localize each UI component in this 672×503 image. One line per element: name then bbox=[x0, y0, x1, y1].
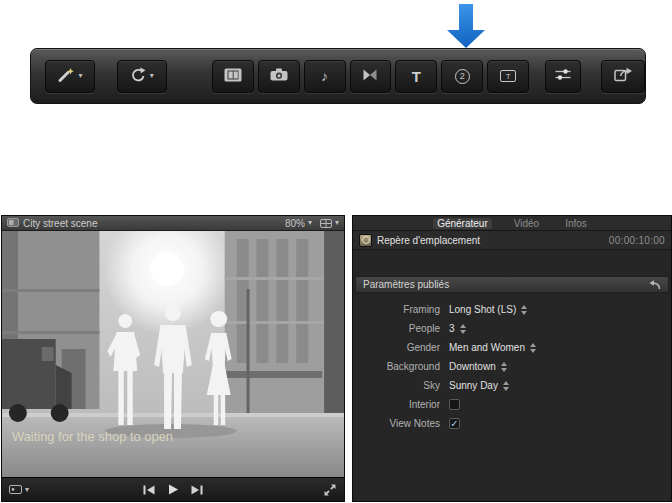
main-toolbar: ▾ ▾ ♪ bbox=[30, 48, 646, 104]
sliders-icon bbox=[555, 68, 571, 84]
param-label: Interior bbox=[353, 399, 449, 410]
people-popup[interactable]: 3 bbox=[449, 323, 466, 334]
viewer-bottombar: ▾ bbox=[2, 477, 344, 501]
play-button[interactable] bbox=[168, 484, 179, 495]
titles-browser-button[interactable]: T bbox=[395, 60, 437, 93]
chevron-down-icon: ▾ bbox=[150, 72, 154, 80]
enhancements-menu-button[interactable]: ▾ bbox=[45, 60, 95, 93]
param-row-people: People 3 bbox=[353, 319, 671, 338]
param-row-background: Background Downtown bbox=[353, 357, 671, 376]
popup-arrows-icon bbox=[521, 305, 527, 315]
generator-duration: 00:00:10:00 bbox=[609, 235, 665, 246]
param-row-gender: Gender Men and Women bbox=[353, 338, 671, 357]
gender-popup[interactable]: Men and Women bbox=[449, 342, 536, 353]
display-icon bbox=[9, 482, 22, 497]
music-note-icon: ♪ bbox=[321, 69, 328, 83]
param-row-framing: Framing Long Shot (LS) bbox=[353, 300, 671, 319]
param-row-sky: Sky Sunny Day bbox=[353, 376, 671, 395]
chevron-down-icon: ▾ bbox=[308, 219, 312, 227]
share-icon bbox=[614, 67, 633, 85]
param-label: View Notes bbox=[353, 418, 449, 429]
music-browser-button[interactable]: ♪ bbox=[304, 60, 346, 93]
param-label: Background bbox=[353, 361, 449, 372]
magic-wand-icon bbox=[57, 67, 75, 86]
param-label: Sky bbox=[353, 380, 449, 391]
view-notes-checkbox[interactable]: ✓ bbox=[449, 418, 460, 429]
camera-icon bbox=[270, 68, 288, 84]
scene-right-building bbox=[225, 231, 344, 415]
titles-icon: T bbox=[412, 69, 421, 84]
popup-value: Sunny Day bbox=[449, 380, 498, 391]
fullscreen-icon bbox=[324, 484, 336, 496]
popup-value: Long Shot (LS) bbox=[449, 304, 516, 315]
scene-caption: Waiting for the shop to open bbox=[12, 429, 173, 444]
zoom-level: 80% bbox=[285, 218, 305, 229]
sky-popup[interactable]: Sunny Day bbox=[449, 380, 509, 391]
transitions-icon bbox=[362, 68, 378, 85]
chevron-down-icon: ▾ bbox=[335, 219, 339, 227]
reset-arrow-icon bbox=[648, 280, 661, 290]
parameter-list: Framing Long Shot (LS) People 3 Gender M… bbox=[353, 293, 671, 433]
generators-icon: 2 bbox=[455, 69, 470, 84]
inspector-panel: Générateur Vidéo Infos Repère d'emplacem… bbox=[352, 215, 672, 502]
param-label: Gender bbox=[353, 342, 449, 353]
previous-frame-button[interactable] bbox=[143, 485, 156, 495]
callout-down-arrow bbox=[447, 4, 485, 48]
share-button[interactable] bbox=[601, 60, 645, 93]
popup-value: 3 bbox=[449, 323, 455, 334]
viewer-titlebar: City street scene 80% ▾ ▾ bbox=[2, 216, 344, 231]
viewer-panel: City street scene 80% ▾ ▾ bbox=[1, 215, 345, 502]
themes-browser-button[interactable]: T bbox=[487, 60, 529, 93]
inspector-tab-bar: Générateur Vidéo Infos bbox=[353, 216, 671, 231]
generator-header: Repère d'emplacement 00:00:10:00 bbox=[353, 231, 671, 250]
viewer-canvas: Waiting for the shop to open bbox=[2, 231, 344, 479]
published-parameters-header: Paramètres publiés bbox=[355, 276, 669, 293]
transport-controls bbox=[143, 484, 204, 495]
framing-popup[interactable]: Long Shot (LS) bbox=[449, 304, 527, 315]
viewer-display-options-button[interactable]: ▾ bbox=[9, 482, 29, 497]
scene-sun bbox=[150, 252, 184, 286]
popup-arrows-icon bbox=[460, 324, 466, 334]
check-icon: ✓ bbox=[450, 419, 458, 429]
popup-arrows-icon bbox=[503, 381, 509, 391]
filmstrip-browser-button[interactable] bbox=[212, 60, 254, 93]
filmstrip-icon bbox=[224, 68, 242, 85]
retime-menu-button[interactable]: ▾ bbox=[117, 60, 167, 93]
next-frame-button[interactable] bbox=[191, 485, 204, 495]
photos-browser-button[interactable] bbox=[258, 60, 300, 93]
param-label: Framing bbox=[353, 304, 449, 315]
viewer-title: City street scene bbox=[23, 218, 281, 229]
popup-value: Men and Women bbox=[449, 342, 525, 353]
param-label: People bbox=[353, 323, 449, 334]
popup-arrows-icon bbox=[501, 362, 507, 372]
background-popup[interactable]: Downtown bbox=[449, 361, 507, 372]
param-row-interior: Interior ✓ bbox=[353, 395, 671, 414]
inspector-toggle-button[interactable] bbox=[545, 60, 581, 93]
generators-browser-button[interactable]: 2 bbox=[441, 60, 483, 93]
themes-icon: T bbox=[500, 70, 516, 82]
tab-infos[interactable]: Infos bbox=[561, 218, 591, 229]
view-options-button[interactable]: ▾ bbox=[320, 216, 339, 231]
viewer-icon bbox=[7, 218, 19, 229]
generator-thumbnail-icon bbox=[359, 234, 372, 247]
chevron-down-icon: ▾ bbox=[78, 72, 82, 80]
zoom-menu-button[interactable]: 80% ▾ bbox=[285, 218, 312, 229]
popup-value: Downtown bbox=[449, 361, 496, 372]
retime-icon bbox=[130, 67, 147, 86]
view-options-icon bbox=[320, 216, 332, 231]
fullscreen-button[interactable] bbox=[324, 484, 336, 496]
chevron-down-icon: ▾ bbox=[25, 486, 29, 494]
popup-arrows-icon bbox=[530, 343, 536, 353]
previous-frame-icon bbox=[143, 485, 156, 495]
transitions-browser-button[interactable] bbox=[350, 60, 392, 93]
param-row-view-notes: View Notes ✓ bbox=[353, 414, 671, 433]
published-parameters-title: Paramètres publiés bbox=[363, 279, 449, 290]
tab-generateur[interactable]: Générateur bbox=[433, 218, 492, 229]
reset-button[interactable] bbox=[648, 280, 661, 290]
interior-checkbox[interactable]: ✓ bbox=[449, 399, 460, 410]
scene-image: Waiting for the shop to open bbox=[2, 231, 344, 479]
generator-name: Repère d'emplacement bbox=[377, 235, 604, 246]
tab-video[interactable]: Vidéo bbox=[510, 218, 543, 229]
play-icon bbox=[168, 484, 179, 495]
next-frame-icon bbox=[191, 485, 204, 495]
